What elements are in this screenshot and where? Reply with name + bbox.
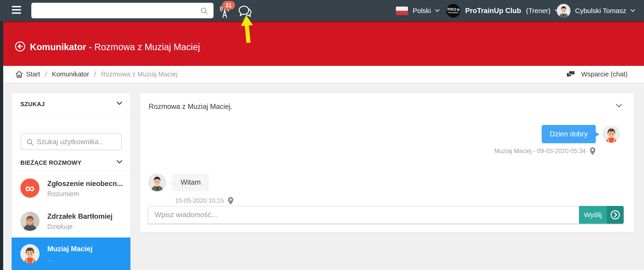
chat-collapse-chevron-icon[interactable] xyxy=(616,104,622,108)
chevron-down-icon xyxy=(435,9,440,12)
language-selector[interactable]: Polski xyxy=(396,0,440,21)
back-button[interactable] xyxy=(14,41,26,52)
send-button[interactable]: Wyślij xyxy=(579,206,607,224)
breadcrumb: Start / Komunikator / Rozmowa z Muziaj M… xyxy=(26,66,178,83)
user-menu[interactable]: Cybulski Tomasz xyxy=(557,0,635,21)
location-pin-icon xyxy=(228,197,234,205)
message-meta: 15-05-2020 10:15 xyxy=(175,197,234,205)
conversations-sidebar: SZUKAJ BIEŻĄCE ROZMOWY ∞ Zgłoszenie nieo… xyxy=(12,93,131,270)
message-input-wrap xyxy=(148,206,579,224)
boy-avatar xyxy=(20,244,40,263)
home-icon[interactable] xyxy=(15,70,23,79)
breadcrumb-komunikator[interactable]: Komunikator xyxy=(52,70,89,78)
user-photo-avatar xyxy=(20,212,40,231)
search-icon xyxy=(200,7,208,16)
language-label: Polski xyxy=(413,7,431,15)
topbar: 31 Polski PRO TRAINUP ProTrainUp Club (T… xyxy=(0,0,644,21)
message-meta: Muziaj Maciej - 09-03-2020 05:34 xyxy=(494,147,595,155)
chat-title: Rozmowa z Muziaj Maciej. xyxy=(149,102,232,111)
location-pin-icon xyxy=(590,147,595,155)
user-avatar xyxy=(557,4,570,18)
send-circle-icon xyxy=(610,210,620,220)
conversation-item-zdrzalek[interactable]: Zdrzałek Bartłomiej Dziękuje xyxy=(12,205,130,237)
message-outgoing: Dzien dobry xyxy=(542,125,620,143)
send-arrow-button[interactable] xyxy=(607,206,624,224)
message-incoming: Witam xyxy=(148,173,209,191)
message-input[interactable] xyxy=(154,206,564,223)
support-chat-icon xyxy=(566,70,576,78)
menu-icon[interactable] xyxy=(12,6,22,15)
message-bubble: Dzien dobry xyxy=(542,125,596,143)
app-root: 31 Polski PRO TRAINUP ProTrainUp Club (T… xyxy=(0,0,644,270)
global-search xyxy=(31,3,214,18)
breadcrumb-current: Rozmowa z Muziaj Maciej xyxy=(101,70,178,78)
club-name: ProTrainUp Club xyxy=(465,7,521,15)
chevron-down-icon xyxy=(117,102,122,105)
message-compose-row: Wyślij xyxy=(148,206,624,224)
conversation-item-zgloszenie[interactable]: ∞ Zgłoszenie nieobecn... Rozumiem xyxy=(12,171,130,205)
chevron-down-icon xyxy=(117,160,122,164)
infinity-avatar: ∞ xyxy=(20,179,40,198)
conversations-section-header[interactable]: BIEŻĄCE ROZMOWY xyxy=(12,155,130,171)
page-header: Komunikator - Rozmowa z Muziaj Maciej xyxy=(3,21,644,66)
user-search-input[interactable] xyxy=(37,134,119,150)
club-selector[interactable]: PRO TRAINUP ProTrainUp Club (Trener) xyxy=(446,0,559,21)
user-search xyxy=(21,134,122,150)
search-section-header[interactable]: SZUKAJ xyxy=(12,93,130,116)
user-name: Cybulski Tomasz xyxy=(575,7,626,15)
messenger-icon[interactable] xyxy=(238,5,252,20)
notification-count-badge: 31 xyxy=(222,1,235,10)
chat-panel: Rozmowa z Muziaj Maciej. Dzien dobry xyxy=(140,93,634,232)
search-icon xyxy=(26,139,34,146)
page-title: Komunikator - Rozmowa z Muziaj Maciej xyxy=(30,42,200,52)
support-chat-label: Wsparcie (chat) xyxy=(581,70,628,78)
breadcrumb-start[interactable]: Start xyxy=(26,70,40,78)
club-role: (Trener) xyxy=(526,7,550,15)
global-search-input[interactable] xyxy=(36,3,200,18)
poland-flag-icon xyxy=(396,7,408,15)
sidebar-search-wrap xyxy=(12,116,130,155)
user-avatar xyxy=(148,173,166,191)
chevron-down-icon xyxy=(630,9,635,12)
protrainup-logo: PRO TRAINUP xyxy=(446,4,460,18)
message-bubble: Witam xyxy=(172,174,209,191)
conversation-item-muziaj-selected[interactable]: Muziaj Maciej ... xyxy=(12,237,130,270)
collapsed-sidebar-strip xyxy=(0,21,3,270)
breadcrumb-bar: Start / Komunikator / Rozmowa z Muziaj M… xyxy=(3,66,644,83)
boy-avatar xyxy=(603,125,620,143)
support-chat-link[interactable]: Wsparcie (chat) xyxy=(566,66,628,83)
